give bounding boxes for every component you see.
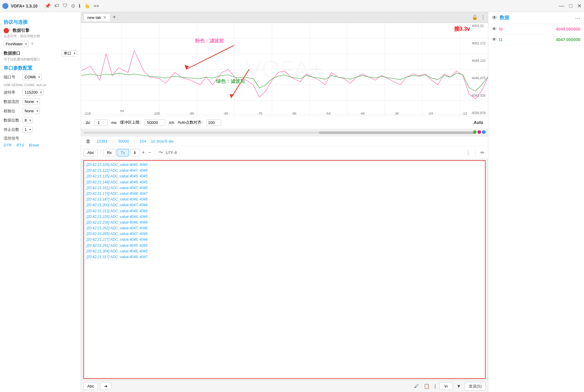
shield-icon[interactable]: 🛡 <box>63 3 68 9</box>
channel-eye-i0[interactable]: 👁 <box>492 26 497 32</box>
info-icon[interactable]: ℹ <box>79 3 80 9</box>
toolbar-sep-1 <box>100 149 101 156</box>
y-label-5: 4039.978 <box>472 111 486 115</box>
buffer-unit: /ch <box>169 120 174 125</box>
x-label-5: -65 <box>292 112 297 115</box>
x-label-4: -75 <box>257 112 262 115</box>
data-bits-select[interactable]: 8 <box>23 117 33 123</box>
channel-value-i1: 4047.000000 <box>556 37 580 42</box>
newline-dropdown-icon[interactable]: ▼ <box>455 382 462 390</box>
port-label: 端口号 <box>4 74 20 80</box>
buffer-input[interactable] <box>144 119 165 126</box>
tab-bar: new tab ✕ + 🔒 ⋮ <box>81 12 488 23</box>
controls-bar: Δt: ms 缓冲区上限: /ch Auto点数对齐: Auto <box>81 116 488 129</box>
console-line: [20:42:21.265] ADC_value:4047, 4046 <box>86 231 483 237</box>
sidebar: 协议与连接 数据引擎 点击问号：前往详细文档 FireWater ? 数据接口 … <box>0 12 81 392</box>
tab-add-button[interactable]: + <box>113 14 116 20</box>
delta-t-unit: ms <box>111 120 116 125</box>
bottom-arrow-button[interactable]: ➜ <box>100 382 111 390</box>
newline-button[interactable]: \n <box>439 382 453 390</box>
more-icon[interactable]: ⋮ <box>481 14 486 20</box>
encoding-label: UTF-8 <box>166 150 177 155</box>
maximize-button[interactable]: □ <box>569 3 572 9</box>
right-panel-title: 数据 <box>500 15 509 21</box>
eye-icon[interactable]: 👁 <box>492 15 497 21</box>
scrollbar-track[interactable] <box>83 131 476 134</box>
channel-dot-blue <box>482 130 486 134</box>
channel-dots <box>473 130 486 134</box>
y-axis-labels: 4055.22 4052.172 4049.123 4046.075 4043.… <box>472 23 486 116</box>
auto-value-input[interactable] <box>206 119 221 126</box>
finger-icon[interactable]: 👆 <box>84 3 90 9</box>
break-button[interactable]: Break <box>29 143 39 147</box>
parity-select[interactable]: None <box>23 108 40 114</box>
console-line: [20:42:21.187] ADC_value:4046, 4046 <box>86 197 483 202</box>
data-bits-label: 数据位数 <box>4 118 20 123</box>
scrollbar-thumb[interactable] <box>319 131 476 134</box>
y-label-4: 4043.026 <box>472 94 486 97</box>
stats-packets: 104 <box>140 139 146 143</box>
bottom-bar: Abc ➜ 🖊 📋 | \n ▼ 发送(S) <box>81 380 488 392</box>
baud-select[interactable]: 115200 <box>23 89 44 95</box>
serial-config-title: 串口参数配置 <box>4 65 77 71</box>
trash-icon[interactable]: 🗑 <box>85 137 92 145</box>
console-line: [20:42:21.122] ADC_value:4047, 4046 <box>86 168 483 173</box>
stats-sep1: / <box>112 139 113 143</box>
record-icon <box>4 28 9 33</box>
stop-bits-select[interactable]: 1 <box>23 126 33 133</box>
minus-icon[interactable]: − <box>147 149 152 156</box>
tab-newtab[interactable]: new tab ✕ <box>83 14 110 21</box>
dtr-button[interactable]: DTR <box>4 143 12 147</box>
clear-icon[interactable]: ✏ <box>479 149 486 157</box>
bottom-abc-button[interactable]: Abc <box>83 382 98 390</box>
delta-t-input[interactable] <box>94 119 108 126</box>
close-button[interactable]: ✕ <box>577 3 582 9</box>
interface-select[interactable]: 串口 <box>62 50 77 56</box>
baud-label: 波特率 <box>4 90 20 95</box>
console-line: [20:42:21.317] ADC_value:4049, 4047 <box>86 254 483 260</box>
stats-total: 50000 <box>118 139 129 143</box>
console-line: [20:42:21.304] ADC_value:4046, 4045 <box>86 249 483 254</box>
engine-select[interactable]: FireWater <box>4 41 29 47</box>
channel-dot-pink <box>477 130 481 134</box>
format-button[interactable]: ℹ <box>130 149 140 156</box>
wave-icon[interactable]: 〜 <box>157 148 164 157</box>
console-line: [20:42:21.252] ADC_value:4047, 4046 <box>86 225 483 231</box>
tag-icon[interactable]: 🏷 <box>54 3 59 9</box>
minimize-button[interactable]: — <box>559 3 564 9</box>
console-line: [20:42:21.213] ADC_value:4046, 4046 <box>86 208 483 214</box>
x-axis-labels: -116 ms -105 -95 -85 -75 -65 -54 -44 -34… <box>84 112 467 115</box>
abc-format-button[interactable]: Abc <box>83 149 98 156</box>
target-icon[interactable]: ⊙ <box>71 3 75 9</box>
more-options-icon[interactable]: ⋮ <box>465 149 472 157</box>
send-button[interactable]: 发送(S) <box>465 382 486 390</box>
port-select[interactable]: COM6 <box>23 74 42 80</box>
console-area[interactable]: [20:42:21.109] ADC_value:4045, 4045[20:4… <box>83 160 486 379</box>
lock-icon[interactable]: 🔒 <box>472 14 478 20</box>
channel-eye-i1[interactable]: 👁 <box>492 37 497 42</box>
console-line: [20:42:21.277] ADC_value:4046, 4046 <box>86 237 483 243</box>
arrows-icon[interactable]: «» <box>94 3 99 9</box>
auto-mode-label: Auto <box>474 120 483 125</box>
tx-button[interactable]: Tx <box>117 149 129 156</box>
right-panel-more-button[interactable]: ⋯ <box>575 15 580 21</box>
tab-close-button[interactable]: ✕ <box>103 15 107 20</box>
console-line: [20:42:21.200] ADC_value:4047, 4046 <box>86 202 483 208</box>
rts-button[interactable]: RTS <box>17 143 24 147</box>
sidebar-section-connection: 协议与连接 <box>4 19 77 26</box>
tab-action-icons: 🔒 ⋮ <box>472 14 486 20</box>
engine-help-icon[interactable]: ? <box>31 42 33 47</box>
bottom-clear-icon[interactable]: 🖊 <box>413 382 420 390</box>
rx-button[interactable]: Rx <box>103 149 116 156</box>
plus-icon[interactable]: + <box>141 149 146 156</box>
x-label-1: -105 <box>153 112 160 115</box>
console-line: [20:42:21.291] ADC_value:4045, 4045 <box>86 243 483 249</box>
flow-select[interactable]: None <box>23 98 40 105</box>
chart-svg <box>81 23 488 116</box>
delta-t-label: Δt: <box>86 120 91 125</box>
pin-icon[interactable]: 📌 <box>45 3 51 9</box>
x-label-2: -95 <box>189 112 194 115</box>
pink-label: 粉色：滤波前 <box>195 38 224 43</box>
x-label-6: -54 <box>326 112 330 115</box>
bottom-copy-icon[interactable]: 📋 <box>423 382 431 390</box>
